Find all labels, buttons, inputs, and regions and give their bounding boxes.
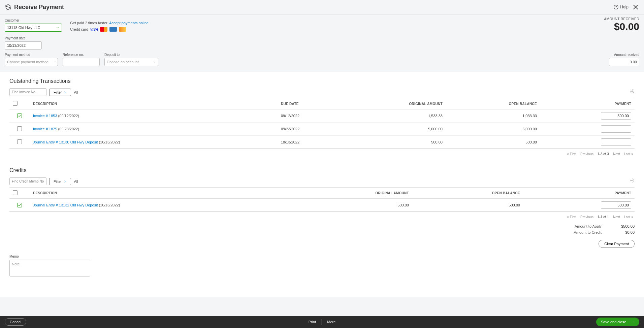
transaction-date-suffix: (10/13/2022): [98, 140, 120, 144]
outstanding-settings-button[interactable]: [630, 89, 635, 95]
pager-last[interactable]: Last >: [624, 152, 633, 156]
due-date-cell: 09/12/2022: [278, 109, 352, 123]
th-open-balance: OPEN BALANCE: [412, 188, 523, 199]
open-balance-cell: 500.00: [446, 136, 540, 149]
customer-value: 13118 Old Hwy LLC: [7, 26, 40, 30]
memo-input[interactable]: [9, 260, 90, 276]
due-date-cell: 10/13/2022: [278, 136, 352, 149]
pager-prev[interactable]: Previous: [580, 152, 593, 156]
reference-no-label: Reference no.: [63, 53, 100, 57]
page-title: Receive Payment: [14, 4, 64, 11]
row-checkbox[interactable]: [17, 126, 22, 131]
page-header: Receive Payment Help: [0, 0, 644, 14]
payments-promo: Get paid 2 times faster Accept payments …: [70, 21, 149, 32]
row-checkbox[interactable]: [17, 139, 22, 144]
credits-pager: < First Previous 1-1 of 1 Next Last >: [9, 212, 635, 219]
customer-select[interactable]: 13118 Old Hwy LLC: [5, 24, 62, 32]
promo-prefix: Get paid 2 times faster: [70, 21, 107, 25]
outstanding-all-link[interactable]: All: [74, 90, 78, 94]
amount-to-credit-value: $0.00: [611, 230, 635, 234]
form-area: AMOUNT RECEIVED $0.00 Customer 13118 Old…: [0, 14, 644, 72]
transaction-link[interactable]: Invoice # 1853: [33, 114, 57, 118]
payment-date-label: Payment date: [5, 36, 42, 40]
payment-input[interactable]: [601, 201, 631, 209]
payment-input[interactable]: [601, 138, 631, 146]
pager-range: 1-1 of 1: [598, 215, 609, 219]
gear-icon: [630, 89, 635, 94]
credits-search-input[interactable]: [9, 177, 46, 185]
close-button[interactable]: [632, 3, 639, 11]
content: Outstanding Transactions Filter All DESC…: [0, 72, 644, 297]
payment-date-input[interactable]: [5, 41, 42, 50]
transaction-link[interactable]: Invoice # 1875: [33, 127, 57, 131]
credits-filter-button[interactable]: Filter: [49, 178, 71, 185]
th-description: DESCRIPTION: [30, 188, 301, 199]
accept-payments-link[interactable]: Accept payments online: [109, 21, 149, 25]
credits-settings-button[interactable]: [630, 178, 635, 184]
amount-to-credit-label: Amount to Credit: [574, 230, 602, 234]
credits-select-all-checkbox[interactable]: [13, 190, 18, 195]
reference-no-input[interactable]: [63, 58, 100, 66]
caret-down-icon: [54, 61, 56, 63]
outstanding-controls: Filter All: [9, 88, 635, 96]
chevron-down-icon: [56, 26, 60, 30]
payment-input[interactable]: [601, 125, 631, 133]
outstanding-select-all-checkbox[interactable]: [13, 101, 18, 106]
deposit-to-label: Deposit to: [104, 53, 158, 57]
credits-all-link[interactable]: All: [74, 179, 78, 184]
filter-label: Filter: [54, 179, 62, 184]
outstanding-filter-button[interactable]: Filter: [49, 89, 71, 96]
totals: Amount to Apply $500.00 Amount to Credit…: [9, 224, 635, 248]
table-row: Invoice # 1853 (09/12/2022)09/12/20221,5…: [9, 109, 635, 123]
credits-table: DESCRIPTION ORIGINAL AMOUNT OPEN BALANCE…: [9, 187, 635, 212]
credits-title: Credits: [9, 167, 635, 173]
pager-last[interactable]: Last >: [624, 215, 633, 219]
pager-first[interactable]: < First: [567, 152, 576, 156]
transaction-link[interactable]: Journal Entry # 13130 Old Hwy Deposit: [33, 140, 98, 144]
original-amount-cell: 5,000.00: [352, 123, 446, 136]
row-checkbox[interactable]: [17, 203, 22, 207]
credit-card-label: Credit card: [70, 27, 88, 31]
filter-label: Filter: [54, 90, 62, 94]
open-balance-cell: 500.00: [412, 199, 523, 212]
open-balance-cell: 1,033.33: [446, 109, 540, 123]
chevron-right-icon: [63, 91, 67, 94]
credits-controls: Filter All: [9, 177, 635, 185]
deposit-to-placeholder: Choose an account: [107, 60, 139, 64]
th-due-date: DUE DATE: [278, 98, 352, 109]
payment-method-dropdown-button[interactable]: [52, 58, 58, 66]
amount-received-display-value: $0.00: [604, 21, 639, 32]
payment-method-placeholder: Choose payment method: [7, 60, 49, 64]
check-icon: [18, 203, 21, 207]
row-checkbox[interactable]: [17, 113, 22, 118]
pager-prev[interactable]: Previous: [580, 215, 593, 219]
mastercard-icon: [100, 27, 107, 32]
discover-icon: [119, 27, 126, 32]
credit-link[interactable]: Journal Entry # 13132 Old Hwy Deposit: [33, 203, 98, 207]
table-row: Invoice # 1875 (09/23/2022)09/23/20225,0…: [9, 123, 635, 136]
pager-first[interactable]: < First: [567, 215, 576, 219]
th-description: DESCRIPTION: [30, 98, 278, 109]
outstanding-table: DESCRIPTION DUE DATE ORIGINAL AMOUNT OPE…: [9, 98, 635, 149]
clear-payment-button[interactable]: Clear Payment: [599, 240, 635, 248]
pager-next[interactable]: Next: [613, 215, 620, 219]
amount-received-input[interactable]: [609, 58, 639, 66]
deposit-to-select[interactable]: Choose an account: [104, 58, 158, 66]
th-payment: PAYMENT: [540, 98, 635, 109]
payment-method-label: Payment method: [5, 53, 58, 57]
outstanding-search-input[interactable]: [9, 88, 46, 96]
th-payment: PAYMENT: [523, 188, 635, 199]
th-select-all: [9, 98, 30, 109]
pager-range: 1-3 of 3: [598, 152, 609, 156]
memo-area: Memo: [9, 255, 635, 276]
help-button[interactable]: Help: [613, 4, 629, 10]
original-amount-cell: 500.00: [352, 136, 446, 149]
payment-input[interactable]: [601, 112, 631, 120]
transaction-date-suffix: (09/23/2022): [57, 127, 79, 131]
pager-next[interactable]: Next: [613, 152, 620, 156]
customer-label: Customer: [5, 19, 62, 22]
th-select-all: [9, 188, 30, 199]
outstanding-title: Outstanding Transactions: [9, 78, 635, 84]
amount-received-label: Amount received: [609, 53, 639, 57]
payment-method-select[interactable]: Choose payment method: [5, 58, 52, 66]
